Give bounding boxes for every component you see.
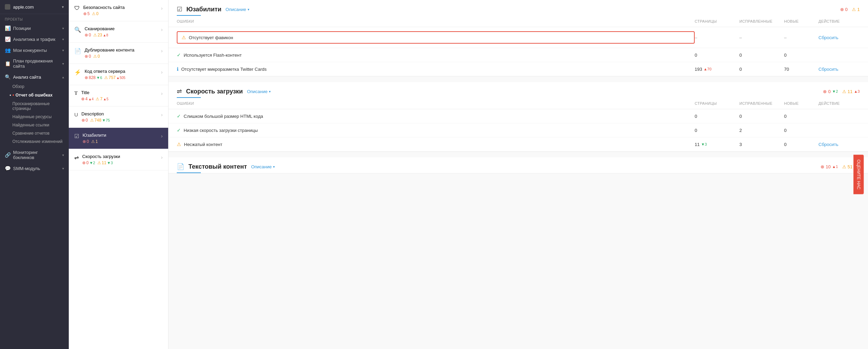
middle-item-scanning[interactable]: 🔍 Сканирование ⊗ 0 ⚠ 23 ▲8 — [69, 21, 168, 43]
usability-arrow: › — [161, 133, 163, 139]
plan-icon: 📋 — [5, 61, 10, 66]
middle-item-title[interactable]: T Title ⊗ 4 ▲4 ⚠ 7 ▲5 — [69, 85, 168, 106]
low-speed-cell: ✓ Низкая скорость загрузки страницы — [177, 127, 695, 133]
domain-label: apple.com — [13, 4, 34, 10]
sidebar-sub-errors[interactable]: • Отчет об ошибках — [0, 91, 69, 100]
middle-item-speed[interactable]: ⇌ Скорость загрузки ⊗ 0 ▼2 ⚠ 11 ▼3 — [69, 149, 168, 170]
sidebar-sub-overview[interactable]: Обзор — [0, 82, 69, 91]
domain-header[interactable]: apple.com ▾ — [0, 0, 69, 14]
speed-icon: ⇌ — [74, 154, 79, 161]
title-arrow: › — [161, 91, 163, 96]
speed-opisanie-btn[interactable]: Описание ▾ — [247, 89, 271, 94]
duplicates-warn-icon: ⚠ — [93, 54, 97, 59]
security-warn-count: 0 — [96, 11, 99, 16]
sidebar-sub-compare[interactable]: Сравнение отчетов — [0, 129, 69, 137]
middle-item-server[interactable]: ⚡ Код ответа сервера ⊗ 828 ▼6 ⚠ 757 ▲505 — [69, 64, 168, 85]
speed-title-row: ⇌ Скорость загрузки Описание ▾ — [177, 88, 820, 95]
active-dot: • — [12, 92, 14, 98]
twitter-action: Сбросить — [818, 67, 860, 72]
sidebar-sub-scanned[interactable]: Просканированные страницы — [0, 100, 69, 113]
projects-section-label: ПРОЕКТЫ — [0, 14, 69, 23]
security-icon: 🛡 — [74, 5, 80, 11]
server-title: Код ответа сервера — [85, 69, 158, 74]
domain-icon — [5, 4, 10, 10]
uncompressed-reset-btn[interactable]: Сбросить — [818, 142, 838, 147]
middle-item-duplicates-left: 📄 Дублирование контента ⊗ 0 ⚠ 0 — [74, 47, 158, 59]
right-panel: ☑ Юзабилити Описание ▾ ⊗ 0 ⚠ 1 — [169, 0, 868, 349]
speed-counter-warn-val: 11 — [848, 89, 853, 94]
usability-errors: ⊗ 0 — [83, 139, 89, 144]
middle-item-description[interactable]: U Description ⊗ 0 ⚠ 748 ▼75 — [69, 106, 168, 128]
favicon-reset-btn[interactable]: Сбросить — [818, 35, 838, 40]
positions-chevron: ▾ — [62, 26, 64, 30]
scanning-warnings: ⚠ 23 ▲8 — [93, 33, 108, 37]
twitter-reset-btn[interactable]: Сбросить — [818, 67, 838, 72]
sidebar-item-competitors[interactable]: 👥 Мои конкуренты ▾ — [0, 45, 69, 56]
server-errors-delta: ▼6 — [96, 76, 102, 80]
usability-opisanie-btn[interactable]: Описание ▾ — [226, 7, 249, 12]
server-warn-icon: ⚠ — [104, 75, 108, 80]
speed-section-header: ⇌ Скорость загрузки Описание ▾ ⊗ 0 ▼2 ⚠ — [169, 82, 868, 95]
speed-counter-warning: ⚠ 11 ▲3 — [842, 89, 860, 94]
description-warnings: ⚠ 748 ▼75 — [90, 118, 110, 123]
speed-section: ⇌ Скорость загрузки Описание ▾ ⊗ 0 ▼2 ⚠ — [169, 82, 868, 152]
middle-item-description-left: U Description ⊗ 0 ⚠ 748 ▼75 — [74, 111, 158, 123]
middle-item-speed-left: ⇌ Скорость загрузки ⊗ 0 ▼2 ⚠ 11 ▼3 — [74, 154, 158, 165]
feedback-tab[interactable]: ОЦЕНИТЕ НАС — [853, 155, 864, 194]
speed-col-pages: СТРАНИЦЫ — [695, 101, 739, 105]
text-content-counter-warn-icon: ⚠ — [842, 164, 846, 169]
usability-warn-icon: ⚠ — [91, 139, 95, 144]
description-errors: ⊗ 0 — [82, 118, 88, 123]
analysis-label: Анализ сайта — [13, 75, 41, 80]
monitoring-chevron: ▾ — [62, 153, 64, 157]
scanning-warn-delta: ▲8 — [103, 33, 108, 37]
sidebar-item-smm[interactable]: 💬 SMM-модуль ▾ — [0, 163, 69, 174]
uncompressed-pages-val: 11 — [695, 142, 699, 147]
links-label: Найденные ссылки — [12, 123, 49, 127]
middle-item-security[interactable]: 🛡 Безопасность сайта ⊗ 5 ⚠ 0 — [69, 0, 168, 21]
title-warn-icon: ⚠ — [96, 97, 99, 101]
sidebar-sub-links[interactable]: Найденные ссылки — [0, 121, 69, 129]
smm-icon: 💬 — [5, 166, 10, 171]
low-speed-new: 0 — [784, 128, 818, 133]
security-content: Безопасность сайта ⊗ 5 ⚠ 0 — [83, 5, 158, 16]
usability-opisanie-label: Описание — [226, 7, 246, 12]
sidebar-item-analytics[interactable]: 📈 Аналитика и трафик ▾ — [0, 34, 69, 45]
title-badges: ⊗ 4 ▲4 ⚠ 7 ▲5 — [81, 97, 158, 101]
usability-col-pages: СТРАНИЦЫ — [695, 19, 739, 23]
usability-icon: ☑ — [74, 133, 79, 139]
speed-arrow: › — [161, 155, 163, 160]
sidebar-item-analysis[interactable]: 🔍 Анализ сайта ▴ — [0, 71, 69, 82]
usability-section-icon: ☑ — [177, 5, 182, 13]
sidebar-sub-tracking[interactable]: Отслеживание изменений — [0, 137, 69, 146]
sidebar-sub-resources[interactable]: Найденные ресурсы — [0, 113, 69, 121]
text-content-title-row: 📄 Текстовый контент Описание ▾ — [177, 163, 817, 170]
sidebar-item-plan[interactable]: 📋 План продвижения сайта ▾ — [0, 56, 69, 71]
title-warnings: ⚠ 7 ▲5 — [96, 97, 108, 101]
favicon-label: Отсутствует фавикон — [189, 35, 233, 40]
middle-item-duplicates[interactable]: 📄 Дублирование контента ⊗ 0 ⚠ 0 — [69, 43, 168, 64]
analytics-chevron: ▾ — [62, 37, 64, 41]
scanning-title: Сканирование — [85, 26, 158, 31]
duplicates-warnings: ⚠ 0 — [93, 54, 100, 59]
twitter-info-icon: ℹ — [177, 66, 178, 72]
middle-item-security-left: 🛡 Безопасность сайта ⊗ 5 ⚠ 0 — [74, 5, 158, 16]
security-errors: ⊗ 5 — [83, 11, 90, 16]
security-error-icon: ⊗ — [83, 11, 87, 16]
plan-label: План продвижения сайта — [13, 58, 59, 69]
speed-badges: ⊗ 0 ▼2 ⚠ 11 ▼3 — [82, 160, 158, 165]
favicon-new: – — [784, 35, 818, 40]
speed-error-icon: ⊗ — [82, 160, 86, 165]
sidebar-item-positions[interactable]: 📊 Позиции ▾ — [0, 23, 69, 34]
server-content: Код ответа сервера ⊗ 828 ▼6 ⚠ 757 ▲505 — [85, 69, 158, 80]
text-content-opisanie-btn[interactable]: Описание ▾ — [251, 164, 275, 169]
flash-pages: 0 — [695, 53, 739, 58]
speed-counter-error-val: 0 — [828, 89, 831, 94]
middle-item-server-left: ⚡ Код ответа сервера ⊗ 828 ▼6 ⚠ 757 ▲505 — [74, 69, 158, 80]
sidebar-item-monitoring[interactable]: 🔗 Мониторинг бэклинков ▾ — [0, 147, 69, 163]
twitter-pages-val: 193 — [695, 67, 702, 72]
twitter-new: 70 — [784, 67, 818, 72]
competitors-icon: 👥 — [5, 47, 10, 53]
middle-item-usability[interactable]: ☑ Юзабилити ⊗ 0 ⚠ 1 › — [69, 128, 168, 149]
speed-col-errors: ОШИБКИ — [177, 101, 695, 105]
